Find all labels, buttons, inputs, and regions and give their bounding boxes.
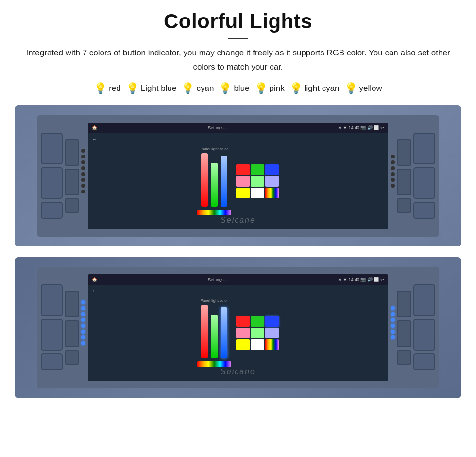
- led-dot-r6: [391, 184, 395, 188]
- grid-blue-2[interactable]: [265, 316, 279, 327]
- led-dot-b1: [81, 300, 85, 304]
- grid-green-1[interactable]: [251, 164, 264, 175]
- bracket-col-8: [413, 274, 435, 381]
- screen-2: 🏠 Settings ↓ ✱ ▼ 14:40 📷 🔊 ⬜ ↩ ← Panel l…: [88, 274, 388, 381]
- color-label-blue: blue: [234, 84, 249, 93]
- bracket-slot-3: [41, 202, 63, 219]
- bracket-slot-5: [65, 169, 79, 195]
- led-dot-r5: [391, 178, 395, 182]
- bracket-slot-l2: [41, 319, 63, 351]
- panel-display-1: Panel light color: [197, 147, 231, 215]
- grid-yellow-2[interactable]: [236, 339, 250, 350]
- led-dot-b2: [81, 306, 85, 310]
- grid-lime-2[interactable]: [251, 328, 264, 338]
- led-dot-b7: [81, 335, 85, 339]
- description-text: Integrated with 7 colors of button indic…: [15, 46, 461, 74]
- bracket-slot-1: [41, 133, 63, 164]
- color-item-lightblue: 💡 Light blue: [126, 82, 177, 95]
- bracket-slot-r6: [413, 202, 435, 219]
- bracket-col-4: [413, 123, 435, 229]
- bracket-slot-l5: [65, 320, 79, 347]
- led-dot-rb6: [391, 335, 395, 339]
- bulb-pink: 💡: [255, 82, 268, 95]
- bracket-col-3: [397, 123, 411, 229]
- grid-lavender-2[interactable]: [265, 328, 279, 338]
- color-label-pink: pink: [270, 84, 285, 93]
- left-multi-bracket-1: [41, 123, 85, 229]
- grid-blue-1[interactable]: [265, 164, 279, 175]
- bracket-slot-rr5: [413, 319, 435, 351]
- car-unit-inner-1: 🏠 Settings ↓ ✱ ▼ 14:40 📷 🔊 ⬜ ↩ ← Panel l…: [37, 115, 439, 237]
- bar-green-2: [211, 315, 218, 358]
- home-icon-2: 🏠: [92, 277, 97, 282]
- led-dot-b6: [81, 330, 85, 334]
- grid-white-1[interactable]: [251, 188, 264, 198]
- bulb-lightblue: 💡: [126, 82, 139, 95]
- screen-topbar-1: 🏠 Settings ↓ ✱ ▼ 14:40 📷 🔊 ⬜ ↩: [88, 123, 388, 133]
- color-label-lightcyan: light cyan: [305, 84, 340, 93]
- led-dot-r2: [391, 160, 395, 164]
- grid-pink-1[interactable]: [236, 176, 250, 187]
- led-dot-b3: [81, 312, 85, 316]
- left-multi-bracket-2: [41, 274, 85, 381]
- panel-display-2: Panel light color: [197, 299, 231, 367]
- led-dot-r3: [391, 166, 395, 170]
- bracket-slot-6: [65, 198, 79, 213]
- led-strip-right-1: [391, 123, 395, 220]
- color-label-yellow: yellow: [359, 84, 382, 93]
- bar-blue-2: [221, 307, 227, 358]
- bracket-col-6: [65, 274, 79, 381]
- rainbow-strip-1: [197, 210, 231, 215]
- grid-lavender-1[interactable]: [265, 176, 279, 187]
- back-button-1[interactable]: ←: [92, 136, 97, 141]
- bar-red-1: [201, 153, 208, 207]
- screen-1: 🏠 Settings ↓ ✱ ▼ 14:40 📷 🔊 ⬜ ↩ ← Panel l…: [88, 123, 388, 229]
- status-icons-2: ✱ ▼ 14:40 📷 🔊 ⬜ ↩: [338, 277, 384, 282]
- led-dot-rb1: [391, 306, 395, 310]
- bracket-slot-rr2: [397, 320, 411, 347]
- bracket-slot-l1: [41, 284, 63, 316]
- led-dot-rb4: [391, 324, 395, 328]
- bracket-slot-r1: [397, 139, 411, 166]
- color-label-cyan: cyan: [196, 84, 214, 93]
- bar-blue-1: [221, 156, 227, 207]
- grid-yellow-1[interactable]: [236, 188, 250, 198]
- color-item-blue: 💡 blue: [219, 82, 249, 95]
- led-dot-3: [81, 160, 85, 164]
- led-dot-rb2: [391, 312, 395, 316]
- led-strip-right-2: [391, 274, 395, 371]
- bracket-slot-l3: [41, 353, 63, 370]
- bulb-blue: 💡: [219, 82, 232, 95]
- grid-red-2[interactable]: [236, 316, 250, 327]
- bracket-slot-r3: [397, 198, 411, 213]
- page-title: Colorful Lights: [15, 10, 461, 33]
- grid-pink-2[interactable]: [236, 328, 250, 338]
- bracket-slot-2: [41, 167, 63, 199]
- screen-content-1: Panel light color: [88, 133, 388, 229]
- back-button-2[interactable]: ←: [92, 288, 97, 293]
- grid-rainbow-1[interactable]: [265, 188, 279, 198]
- grid-red-1[interactable]: [236, 164, 250, 175]
- page-wrapper: Colorful Lights Integrated with 7 colors…: [0, 0, 476, 423]
- right-multi-bracket-1: [391, 123, 435, 229]
- led-dot-2: [81, 155, 85, 158]
- settings-label-2: Settings ↓: [208, 277, 227, 282]
- grid-green-2[interactable]: [251, 316, 264, 327]
- bracket-slot-r4: [413, 133, 435, 164]
- color-list: 💡 red 💡 Light blue 💡 cyan 💡 blue 💡 pink …: [15, 82, 461, 95]
- bar-red-2: [201, 305, 208, 358]
- grid-white-2[interactable]: [251, 339, 264, 350]
- screen-topbar-2: 🏠 Settings ↓ ✱ ▼ 14:40 📷 🔊 ⬜ ↩: [88, 274, 388, 285]
- color-item-pink: 💡 pink: [255, 82, 285, 95]
- grid-lime-1[interactable]: [251, 176, 264, 187]
- status-icons: ✱ ▼ 14:40 📷 🔊 ⬜ ↩: [338, 125, 384, 130]
- bracket-slot-l6: [65, 350, 79, 365]
- grid-rainbow-2[interactable]: [265, 339, 279, 350]
- led-dot-b5: [81, 324, 85, 328]
- bracket-slot-4: [65, 139, 79, 166]
- led-dot-1: [81, 149, 85, 153]
- bracket-col-5: [41, 274, 63, 381]
- led-strip-left-1: [81, 123, 85, 220]
- settings-label: Settings ↓: [208, 125, 227, 130]
- panel-label-2: Panel light color: [201, 299, 228, 303]
